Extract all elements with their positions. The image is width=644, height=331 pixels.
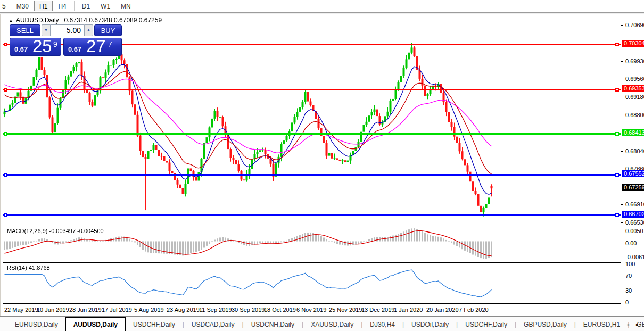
date-tick-label: 11 Sep 2019 xyxy=(199,307,232,313)
chart-tab-eurusd-daily[interactable]: EURUSD,Daily xyxy=(7,318,65,331)
chart-tab-usdoil-daily[interactable]: USDOil,Daily xyxy=(404,318,456,331)
date-tick-label: 18 Oct 2019 xyxy=(264,307,296,313)
date-tick-label: 6 Nov 2019 xyxy=(296,307,326,313)
price-tick xyxy=(621,115,623,115)
chart-tab-usdcnh-daily[interactable]: USDCNH,Daily xyxy=(244,318,302,331)
chart-title: ▲AUDUSD,Daily0.67314 0.67348 0.67089 0.6… xyxy=(9,16,162,24)
sell-price-box[interactable]: 0.67 25 9 xyxy=(10,38,61,56)
ask-price-big: 27 xyxy=(86,36,106,56)
chart-ohlc-values: 0.67314 0.67348 0.67089 0.67259 xyxy=(64,16,162,24)
price-level-badge: 0.67259 xyxy=(622,184,644,191)
volume-increase-button[interactable]: ▲ xyxy=(84,24,93,36)
date-tick-label: 1 Jan 2020 xyxy=(394,307,423,313)
macd-axis-label: 0.00 xyxy=(625,240,637,246)
chart-tab-dj30-h4[interactable]: DJ30,H4 xyxy=(362,318,402,331)
timeframe-button-5[interactable]: 5 xyxy=(0,1,11,11)
date-tick-label: 25 Nov 2019 xyxy=(329,307,362,313)
price-tick-label: 0.66910 xyxy=(625,201,644,208)
rsi-canvas[interactable] xyxy=(3,263,621,303)
macd-panel[interactable]: MACD(12,26,9) -0.003497 -0.004500 xyxy=(3,226,621,261)
price-level-badge: 0.69353 xyxy=(622,85,644,92)
price-tick xyxy=(621,97,623,97)
ask-price-sup: 7 xyxy=(108,40,112,48)
price-tick-label: 0.69560 xyxy=(625,76,644,82)
price-level-badge: 0.66702 xyxy=(622,211,644,218)
sell-button[interactable]: SELL xyxy=(10,24,40,36)
price-tick xyxy=(621,79,623,79)
date-tick-label: 22 May 2019 xyxy=(4,307,38,313)
price-level-badge: 0.67552 xyxy=(622,170,644,177)
tabs-scroll-left-icon[interactable]: ◂ xyxy=(626,321,629,327)
sell-button-label: SELL xyxy=(16,27,34,35)
trade-panel-collapse-icon[interactable]: ▲ xyxy=(9,18,13,23)
chart-tab-audusd-daily[interactable]: AUDUSD,Daily xyxy=(65,317,126,331)
price-tick xyxy=(621,222,623,223)
date-tick-label: 10 Jun 2019 xyxy=(37,307,69,313)
buy-price-box[interactable]: 0.67 27 7 xyxy=(63,38,122,56)
chart-tab-usdcad-daily[interactable]: USDCAD,Daily xyxy=(184,318,242,331)
date-tick-label: 28 Jun 2019 xyxy=(69,307,102,313)
rsi-label: RSI(14) 41.8768 xyxy=(7,264,50,271)
buy-button[interactable]: BUY xyxy=(94,24,122,36)
timeframe-button-m30[interactable]: M30 xyxy=(11,1,34,11)
price-level-badge: 0.70304 xyxy=(622,40,644,47)
buy-button-label: BUY xyxy=(101,27,115,35)
date-tick-label: 23 Aug 2019 xyxy=(167,307,200,313)
toolbar-group-separator xyxy=(74,1,75,11)
price-axis[interactable]: 0.706900.699300.695600.691800.688000.680… xyxy=(621,14,644,304)
price-tick xyxy=(621,151,623,152)
price-tick-label: 0.69930 xyxy=(625,58,644,64)
window-left-edge xyxy=(0,0,1,331)
timeframe-button-h1[interactable]: H1 xyxy=(34,1,53,11)
rsi-axis-label: 100 xyxy=(625,261,635,267)
chart-symbol-label: AUDUSD,Daily xyxy=(16,16,59,24)
chart-tab-xauusd-daily[interactable]: XAUUSD,Daily xyxy=(303,318,361,331)
macd-label: MACD(12,26,9) -0.003497 -0.004500 xyxy=(7,228,104,234)
timeframe-button-mn[interactable]: MN xyxy=(115,1,136,11)
timeframe-button-d1[interactable]: D1 xyxy=(77,1,95,11)
price-tick-label: 0.68040 xyxy=(625,148,644,154)
macd-axis-label: -0.006148 xyxy=(625,254,644,260)
rsi-panel[interactable]: RSI(14) 41.8768 xyxy=(3,262,621,304)
timeframe-toolbar[interactable]: 5M30H1H4D1W1MN xyxy=(0,0,644,12)
macd-axis-label: 0.005076 xyxy=(625,228,644,234)
date-axis[interactable]: 22 May 201910 Jun 201928 Jun 201917 Jul … xyxy=(3,304,644,316)
price-tick-label: 0.68800 xyxy=(625,112,644,118)
timeframe-button-w1[interactable]: W1 xyxy=(95,1,115,11)
timeframe-button-h4[interactable]: H4 xyxy=(53,1,71,11)
chart-tab-gbpusd-daily[interactable]: GBPUSD,Daily xyxy=(516,318,574,331)
ask-price-prefix: 0.67 xyxy=(68,45,81,53)
date-tick-label: 20 Jan 2020 xyxy=(426,307,459,313)
chart-tab-usdchf-daily[interactable]: USDCHF,Daily xyxy=(458,318,515,331)
bid-price-prefix: 0.67 xyxy=(14,45,28,53)
bid-price-sup: 9 xyxy=(53,40,57,48)
tabs-scroll-right-icon[interactable]: ▸ xyxy=(636,321,639,327)
chart-tab-usdchf-daily[interactable]: USDCHF,Daily xyxy=(126,318,183,331)
price-tick xyxy=(621,204,623,205)
price-tick xyxy=(621,169,623,169)
date-tick-label: 13 Dec 2019 xyxy=(361,307,394,313)
bid-price-big: 25 xyxy=(32,36,52,56)
price-tick-label: 0.69180 xyxy=(625,94,644,100)
date-tick-label: 5 Aug 2019 xyxy=(134,307,164,313)
chart-tab-bar[interactable]: EURUSD,DailyAUDUSD,DailyUSDCHF,Daily|USD… xyxy=(0,316,644,331)
price-tick-label: 0.70690 xyxy=(625,22,644,28)
volume-input[interactable] xyxy=(51,24,84,36)
date-tick-label: 7 Feb 2020 xyxy=(459,307,489,313)
rsi-axis-label: 30 xyxy=(625,287,632,294)
rsi-axis-label: 70 xyxy=(625,272,632,279)
price-level-badge: 0.68413 xyxy=(622,129,644,136)
chart-tab-eurusd-h1[interactable]: EURUSD,H1 xyxy=(576,318,628,331)
price-tick-label: 0.66530 xyxy=(625,219,644,226)
price-tick xyxy=(621,25,623,26)
date-tick-label: 17 Jul 2019 xyxy=(102,307,132,313)
date-tick-label: 30 Sep 2019 xyxy=(232,307,265,313)
volume-decrease-button[interactable]: ▼ xyxy=(42,24,51,36)
price-tick xyxy=(621,61,623,62)
